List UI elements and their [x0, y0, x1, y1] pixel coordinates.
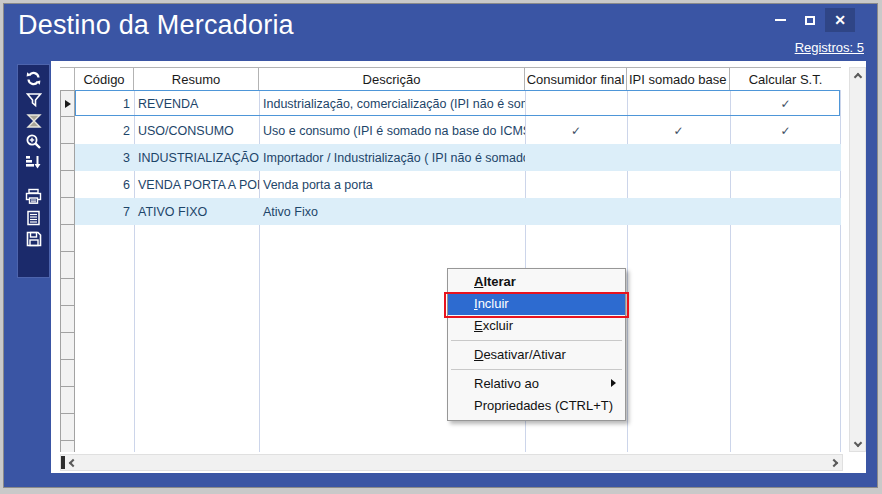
menu-item-label: ncluir [478, 296, 509, 311]
filter-icon [26, 92, 42, 108]
registros-link[interactable]: Registros: 5 [795, 40, 864, 55]
cell-calcular-st [730, 171, 841, 198]
column-header-ipi-somado[interactable]: IPI somado base c [627, 67, 730, 90]
zoom-search-icon [25, 133, 42, 150]
chevron-down-icon [853, 438, 861, 446]
maximize-icon [805, 16, 815, 25]
cell-codigo: 7 [75, 198, 134, 225]
sort-icon [25, 154, 42, 171]
close-button[interactable]: ✕ [825, 8, 855, 32]
cell-codigo: 6 [75, 171, 134, 198]
row-indicator [60, 414, 75, 441]
scroll-up-button[interactable] [850, 69, 865, 84]
client-area: Código Resumo Descrição Consumidor final… [51, 61, 866, 473]
cell-calcular-st [730, 144, 841, 171]
cell-ipi-somado: ✓ [627, 117, 730, 144]
filter-button[interactable] [22, 89, 46, 110]
menu-item-label: esativar/Ativar [483, 347, 565, 362]
clear-filter-button[interactable] [22, 110, 46, 131]
table-row[interactable]: 6 VENDA PORTA A PORTA Venda porta a port… [75, 171, 841, 198]
menu-separator [451, 369, 622, 370]
cell-resumo: REVENDA [134, 90, 259, 117]
menu-item-label: lterar [483, 274, 516, 289]
row-indicator [60, 441, 75, 452]
menu-item-relativo-ao[interactable]: Relativo ao [448, 373, 625, 395]
menu-item-accel: D [474, 347, 483, 362]
window-controls: ✕ [765, 8, 855, 32]
grid-header: Código Resumo Descrição Consumidor final… [60, 67, 841, 90]
chevron-left-icon [68, 458, 76, 466]
refresh-icon [25, 70, 42, 87]
row-indicator [60, 225, 75, 252]
header-indicator-cell [60, 67, 75, 90]
row-indicator [60, 279, 75, 306]
cell-consumidor-final [525, 144, 627, 171]
cell-resumo: USO/CONSUMO [134, 117, 259, 144]
cell-ipi-somado [627, 198, 730, 225]
cell-descricao: Industrialização, comercialização (IPI n… [259, 90, 525, 117]
zoom-button[interactable] [22, 131, 46, 152]
row-indicator [60, 144, 75, 171]
cell-ipi-somado [627, 144, 730, 171]
chevron-up-icon [853, 72, 861, 80]
menu-item-desativar-ativar[interactable]: Desativar/Ativar [448, 344, 625, 366]
scroll-right-button[interactable] [826, 455, 841, 470]
table-row[interactable]: 1 REVENDA Industrialização, comercializa… [75, 90, 841, 117]
table-row[interactable]: 2 USO/CONSUMO Uso e consumo (IPI é somad… [75, 117, 841, 144]
left-toolbar [17, 64, 50, 278]
cell-ipi-somado [627, 90, 730, 117]
menu-item-incluir[interactable]: Incluir [448, 293, 625, 315]
vertical-scrollbar[interactable] [849, 67, 866, 452]
column-header-codigo[interactable]: Código [75, 67, 134, 90]
cell-resumo: INDUSTRIALIZAÇÃO [134, 144, 259, 171]
menu-item-accel: E [474, 318, 483, 333]
refresh-button[interactable] [22, 68, 46, 89]
submenu-arrow-icon [611, 379, 616, 387]
cell-codigo: 1 [75, 90, 134, 117]
column-header-calcular-st[interactable]: Calcular S.T. [730, 67, 841, 90]
cell-calcular-st [730, 198, 841, 225]
row-indicator [60, 90, 75, 117]
menu-separator [451, 340, 622, 341]
close-icon: ✕ [834, 12, 846, 28]
cell-codigo: 2 [75, 117, 134, 144]
print-icon [25, 188, 42, 205]
cell-descricao: Venda porta a porta [259, 171, 525, 198]
row-indicator [60, 360, 75, 387]
menu-item-label: Relativo ao [474, 376, 539, 391]
maximize-button[interactable] [795, 8, 825, 32]
cell-calcular-st: ✓ [730, 90, 841, 117]
menu-item-excluir[interactable]: Excluir [448, 315, 625, 337]
scroll-left-button[interactable] [65, 455, 80, 470]
save-icon [26, 231, 42, 247]
cell-calcular-st: ✓ [730, 117, 841, 144]
save-button[interactable] [22, 228, 46, 249]
report-icon [26, 210, 41, 226]
report-button[interactable] [22, 207, 46, 228]
column-header-resumo[interactable]: Resumo [134, 67, 259, 90]
table-row[interactable]: 3 INDUSTRIALIZAÇÃO Importador / Industri… [75, 144, 841, 171]
menu-item-alterar[interactable]: Alterar [448, 271, 625, 293]
context-menu: Alterar Incluir Excluir Desativar/Ativar… [447, 268, 626, 421]
menu-item-propriedades[interactable]: Propriedades (CTRL+T) [448, 395, 625, 417]
scroll-down-button[interactable] [850, 435, 865, 450]
cell-ipi-somado [627, 171, 730, 198]
minimize-button[interactable] [765, 8, 795, 32]
menu-item-accel: A [474, 274, 483, 289]
row-indicator [60, 333, 75, 360]
row-indicator [60, 198, 75, 225]
cell-resumo: ATIVO FIXO [134, 198, 259, 225]
horizontal-scrollbar[interactable] [60, 454, 843, 471]
column-header-descricao[interactable]: Descrição [259, 67, 525, 90]
current-row-pointer-icon [65, 100, 71, 108]
row-indicator [60, 387, 75, 414]
cell-consumidor-final: ✓ [525, 117, 627, 144]
cell-resumo: VENDA PORTA A PORTA [134, 171, 259, 198]
clear-filter-hourglass-icon [26, 113, 42, 129]
print-button[interactable] [22, 186, 46, 207]
sort-button[interactable] [22, 152, 46, 173]
column-header-consumidor-final[interactable]: Consumidor final [525, 67, 627, 90]
window-title: Destino da Mercadoria [18, 10, 294, 41]
cell-codigo: 3 [75, 144, 134, 171]
table-row[interactable]: 7 ATIVO FIXO Ativo Fixo [75, 198, 841, 225]
